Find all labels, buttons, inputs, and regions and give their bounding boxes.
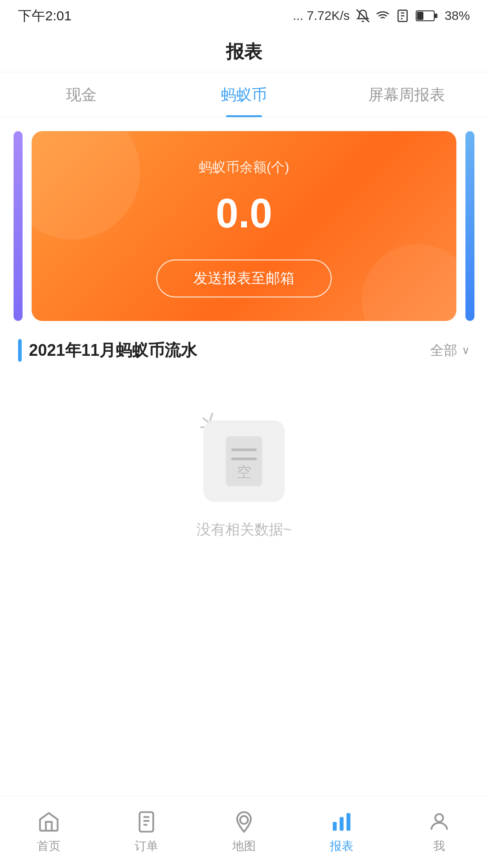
svg-line-9 [210,414,212,420]
me-icon [427,810,451,834]
bottom-navigation: 首页 订单 地图 报表 我 [0,796,488,868]
status-right: ... 7.72K/s 38% [293,9,470,23]
nav-me-label: 我 [433,838,445,854]
battery-icon [416,9,438,22]
svg-rect-7 [417,12,423,20]
filter-label: 全部 [430,341,457,360]
wifi-icon [376,9,389,23]
svg-point-20 [240,816,248,824]
tab-weekly[interactable]: 屏幕周报表 [325,72,488,117]
nav-orders[interactable]: 订单 [98,810,195,854]
svg-text:空: 空 [237,464,251,480]
sim-icon [396,9,409,23]
filter-button[interactable]: 全部 ∨ [430,341,470,360]
section-indicator [18,339,22,362]
nav-me[interactable]: 我 [390,810,488,854]
nav-reports[interactable]: 报表 [293,810,390,854]
bell-icon [356,9,370,23]
card-slider: 蚂蚁币余额(个) 0.0 发送报表至邮箱 [0,131,488,321]
send-report-button[interactable]: 发送报表至邮箱 [156,259,332,297]
tab-cash[interactable]: 现金 [0,72,163,117]
empty-box: 空 [203,420,285,502]
document-icon: 空 [221,434,267,488]
nav-reports-label: 报表 [330,838,353,854]
tab-navigation: 现金 蚂蚁币 屏幕周报表 [0,72,488,118]
nav-home-label: 首页 [37,838,61,854]
svg-rect-22 [340,817,344,830]
nav-map[interactable]: 地图 [195,810,293,854]
page-header: 报表 [0,32,488,72]
empty-text: 没有相关数据~ [197,520,292,540]
peek-card-right [465,131,474,321]
status-time: 下午2:01 [18,7,71,25]
network-speed: ... 7.72K/s [293,9,350,23]
status-bar: 下午2:01 ... 7.72K/s 38% [0,0,488,32]
peek-card-left [14,131,23,321]
section-title-wrap: 2021年11月蚂蚁币流水 [18,339,197,362]
nav-orders-label: 订单 [135,838,158,854]
battery-percent: 38% [445,9,470,23]
svg-point-24 [435,814,443,822]
card-amount: 0.0 [216,190,272,237]
page-title: 报表 [226,39,262,64]
section-title: 2021年11月蚂蚁币流水 [29,340,197,362]
empty-icon: 空 [199,411,289,502]
svg-line-0 [357,9,369,22]
home-icon [37,810,61,834]
svg-rect-16 [140,812,153,831]
svg-rect-23 [347,813,351,831]
tab-antcoin[interactable]: 蚂蚁币 [163,72,325,117]
empty-state: 空 没有相关数据~ [0,375,488,567]
svg-rect-8 [435,14,437,18]
main-content: 蚂蚁币余额(个) 0.0 发送报表至邮箱 2021年11月蚂蚁币流水 全部 ∨ [0,118,488,567]
reports-icon [330,810,353,834]
orders-icon [135,810,158,834]
antcoin-card: 蚂蚁币余额(个) 0.0 发送报表至邮箱 [32,131,456,321]
svg-rect-21 [333,822,337,831]
nav-map-label: 地图 [232,838,256,854]
map-icon [232,810,256,834]
chevron-down-icon: ∨ [462,344,470,357]
card-subtitle: 蚂蚁币余额(个) [199,158,289,177]
section-header: 2021年11月蚂蚁币流水 全部 ∨ [0,321,488,375]
nav-home[interactable]: 首页 [0,810,98,854]
